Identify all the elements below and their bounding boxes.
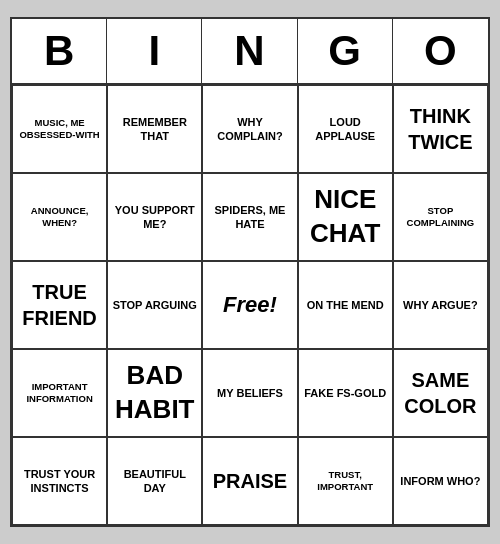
bingo-cell-10: TRUE FRIEND	[12, 261, 107, 349]
bingo-cell-0: MUSIC, ME OBSESSED-WITH	[12, 85, 107, 173]
bingo-cell-4: THINK TWICE	[393, 85, 488, 173]
bingo-cell-16: BAD HABIT	[107, 349, 202, 437]
bingo-cell-20: TRUST YOUR INSTINCTS	[12, 437, 107, 525]
bingo-header: BINGO	[12, 19, 488, 85]
bingo-cell-7: SPIDERS, ME HATE	[202, 173, 297, 261]
bingo-cell-5: ANNOUNCE, WHEN?	[12, 173, 107, 261]
bingo-cell-14: WHY ARGUE?	[393, 261, 488, 349]
bingo-cell-12: Free!	[202, 261, 297, 349]
bingo-grid: MUSIC, ME OBSESSED-WITHREMEMBER THATWHY …	[12, 85, 488, 525]
bingo-cell-6: YOU SUPPORT ME?	[107, 173, 202, 261]
bingo-cell-13: ON THE MEND	[298, 261, 393, 349]
bingo-cell-17: MY BELIEFS	[202, 349, 297, 437]
bingo-card: BINGO MUSIC, ME OBSESSED-WITHREMEMBER TH…	[10, 17, 490, 527]
bingo-cell-8: NICE CHAT	[298, 173, 393, 261]
bingo-cell-22: PRAISE	[202, 437, 297, 525]
bingo-letter-o: O	[393, 19, 488, 83]
bingo-cell-21: BEAUTIFUL DAY	[107, 437, 202, 525]
bingo-letter-b: B	[12, 19, 107, 83]
bingo-cell-3: LOUD APPLAUSE	[298, 85, 393, 173]
bingo-cell-11: STOP ARGUING	[107, 261, 202, 349]
bingo-cell-19: SAME COLOR	[393, 349, 488, 437]
bingo-cell-24: INFORM WHO?	[393, 437, 488, 525]
bingo-cell-18: FAKE FS-GOLD	[298, 349, 393, 437]
bingo-letter-g: G	[298, 19, 393, 83]
bingo-letter-n: N	[202, 19, 297, 83]
bingo-letter-i: I	[107, 19, 202, 83]
bingo-cell-9: STOP COMPLAINING	[393, 173, 488, 261]
bingo-cell-23: TRUST, IMPORTANT	[298, 437, 393, 525]
bingo-cell-1: REMEMBER THAT	[107, 85, 202, 173]
bingo-cell-15: IMPORTANT INFORMATION	[12, 349, 107, 437]
bingo-cell-2: WHY COMPLAIN?	[202, 85, 297, 173]
